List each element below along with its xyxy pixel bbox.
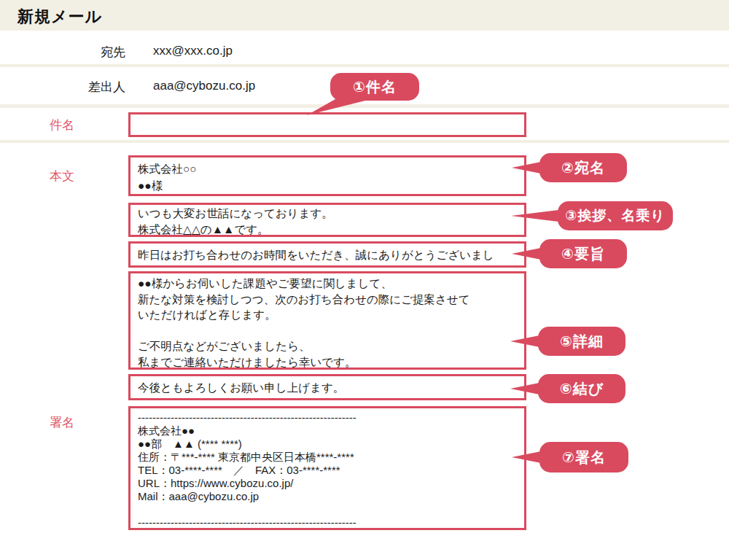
callout-recipient-name-text: ②宛名 bbox=[561, 158, 605, 178]
window-header: 新規メール bbox=[0, 0, 729, 31]
subject-label: 件名 bbox=[50, 117, 74, 133]
body-section-summary[interactable]: 昨日はお打ち合わせのお時間をいただき、誠にありがとうございました。 bbox=[128, 241, 526, 268]
signature-label: 署名 bbox=[50, 414, 74, 431]
callout-summary: ④要旨 bbox=[539, 239, 627, 268]
body-section-recipient-name[interactable]: 株式会社○○ ●●様 bbox=[128, 155, 526, 196]
from-label: 差出人 bbox=[0, 79, 125, 96]
callout-subject-text: ①件名 bbox=[353, 77, 397, 97]
callout-greeting-text: ③挨拶、名乗り bbox=[565, 206, 666, 225]
callout-subject: ①件名 bbox=[330, 73, 419, 101]
body-section-closing[interactable]: 今後ともよろしくお願い申し上げます。 bbox=[128, 374, 526, 400]
divider bbox=[0, 64, 729, 67]
callout-signature-text: ⑦署名 bbox=[562, 448, 606, 467]
subject-text: Re：打ち合わせ日程調整のご依頼 bbox=[136, 136, 327, 137]
new-mail-window: 新規メール 宛先 xxx@xxx.co.jp 差出人 aaa@cybozu.co… bbox=[0, 0, 729, 560]
callout-recipient-name: ②宛名 bbox=[539, 153, 627, 182]
to-label: 宛先 bbox=[0, 44, 125, 61]
body-section-greeting[interactable]: いつも大変お世話になっております。 株式会社△△の▲▲です。 bbox=[128, 203, 526, 237]
callout-signature: ⑦署名 bbox=[539, 442, 628, 472]
window-title: 新規メール bbox=[17, 6, 102, 28]
callout-details: ⑤詳細 bbox=[538, 327, 625, 356]
from-value[interactable]: aaa@cybozu.co.jp bbox=[153, 79, 255, 93]
callout-summary-text: ④要旨 bbox=[561, 244, 605, 264]
body-section-details[interactable]: ●●様からお伺いした課題やご要望に関しまして、 新たな対策を検討しつつ、次のお打… bbox=[128, 271, 526, 370]
callout-closing: ⑥結び bbox=[538, 374, 625, 403]
callout-closing-text: ⑥結び bbox=[560, 379, 604, 399]
divider bbox=[0, 140, 729, 143]
body-label: 本文 bbox=[50, 168, 74, 184]
signature-block[interactable]: ----------------------------------------… bbox=[128, 406, 526, 530]
to-value[interactable]: xxx@xxx.co.jp bbox=[153, 44, 233, 58]
callout-greeting: ③挨拶、名乗り bbox=[558, 201, 673, 230]
callout-details-text: ⑤詳細 bbox=[560, 332, 604, 351]
